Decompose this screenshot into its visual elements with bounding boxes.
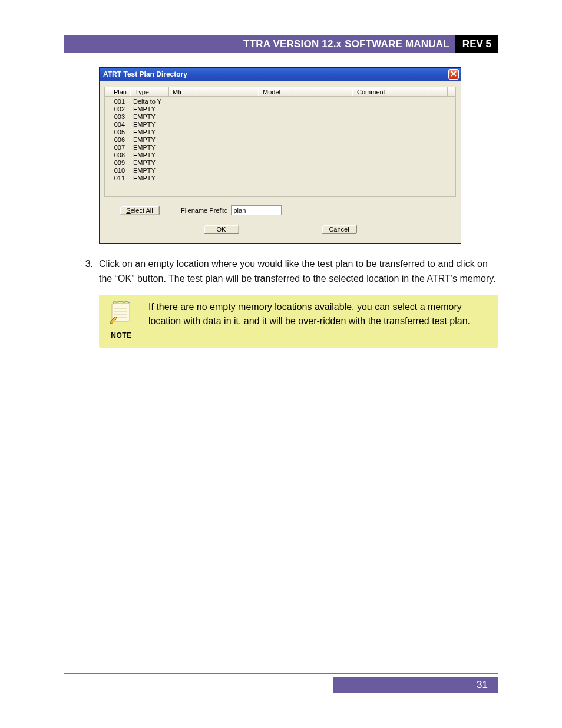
close-icon [451, 70, 457, 78]
table-row[interactable]: 002EMPTY [105, 106, 455, 113]
page-header: TTRA VERSION 12.x SOFTWARE MANUAL REV 5 [64, 35, 498, 53]
col-header-type[interactable]: Type [131, 87, 168, 96]
ok-button[interactable]: OK [204, 225, 239, 234]
col-header-comment[interactable]: Comment [353, 87, 447, 96]
filename-prefix-input[interactable] [231, 205, 282, 215]
table-row[interactable]: 003EMPTY [105, 113, 455, 121]
note-callout: NOTE If there are no empty memory locati… [99, 295, 498, 348]
notepad-icon [108, 300, 134, 328]
table-row[interactable]: 004EMPTY [105, 121, 455, 129]
step-3: 3. Click on an empty location where you … [64, 257, 498, 286]
col-header-mfr[interactable]: Mfr [168, 87, 259, 96]
page-footer: 31 [64, 673, 498, 693]
step-number: 3. [64, 257, 99, 286]
select-all-button[interactable]: Select All [120, 206, 160, 215]
header-title: TTRA VERSION 12.x SOFTWARE MANUAL [64, 35, 455, 53]
step-text: Click on an empty location where you wou… [99, 257, 498, 286]
header-rev: REV 5 [455, 35, 498, 53]
close-button[interactable] [448, 69, 459, 80]
table-row[interactable]: 010EMPTY [105, 167, 455, 174]
list-header: Plan Type Mfr Model Comment [104, 87, 456, 97]
table-row[interactable]: 006EMPTY [105, 136, 455, 144]
col-header-model[interactable]: Model [259, 87, 353, 96]
table-row[interactable]: 005EMPTY [105, 129, 455, 136]
atrt-dialog: ATRT Test Plan Directory Plan Type Mfr M… [99, 67, 461, 244]
table-row[interactable]: 009EMPTY [105, 159, 455, 167]
page-number: 31 [333, 677, 498, 693]
note-label: NOTE [111, 330, 131, 341]
table-row[interactable]: 008EMPTY [105, 151, 455, 159]
col-header-plan[interactable]: Plan [105, 87, 131, 96]
filename-prefix-label: Filename Prefix: [181, 207, 227, 214]
dialog-title: ATRT Test Plan Directory [103, 70, 448, 78]
note-text: If there are no empty memory locations a… [148, 300, 490, 328]
dialog-titlebar: ATRT Test Plan Directory [100, 68, 461, 81]
col-header-scroll [447, 87, 455, 96]
cancel-button[interactable]: Cancel [322, 225, 357, 234]
table-row[interactable]: 007EMPTY [105, 144, 455, 151]
list-body[interactable]: 001Delta to Y002EMPTY003EMPTY004EMPTY005… [104, 97, 456, 197]
table-row[interactable]: 001Delta to Y [105, 98, 455, 106]
table-row[interactable]: 011EMPTY [105, 174, 455, 182]
